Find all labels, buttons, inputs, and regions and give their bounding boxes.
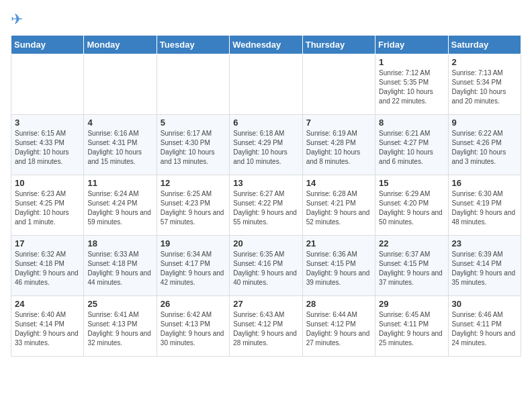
calendar-week-4: 24Sunrise: 6:40 AM Sunset: 4:14 PM Dayli… (11, 296, 521, 357)
cell-info: Sunrise: 6:16 AM Sunset: 4:31 PM Dayligh… (87, 129, 152, 167)
calendar-cell: 25Sunrise: 6:41 AM Sunset: 4:13 PM Dayli… (84, 296, 157, 357)
calendar-cell: 1Sunrise: 7:12 AM Sunset: 5:35 PM Daylig… (375, 54, 448, 115)
cell-info: Sunrise: 6:28 AM Sunset: 4:21 PM Dayligh… (306, 189, 371, 227)
calendar-cell: 23Sunrise: 6:39 AM Sunset: 4:14 PM Dayli… (448, 236, 521, 296)
day-number: 20 (233, 238, 298, 248)
day-number: 27 (233, 299, 298, 309)
day-number: 29 (379, 299, 444, 309)
cell-info: Sunrise: 6:17 AM Sunset: 4:30 PM Dayligh… (161, 129, 226, 167)
calendar-cell: 21Sunrise: 6:36 AM Sunset: 4:15 PM Dayli… (302, 236, 375, 296)
calendar-cell (84, 54, 157, 115)
weekday-header-thursday: Thursday (302, 36, 375, 54)
weekday-header-row: SundayMondayTuesdayWednesdayThursdayFrid… (11, 36, 521, 54)
cell-info: Sunrise: 6:29 AM Sunset: 4:20 PM Dayligh… (379, 189, 444, 227)
calendar-cell: 24Sunrise: 6:40 AM Sunset: 4:14 PM Dayli… (11, 296, 84, 357)
day-number: 12 (161, 178, 226, 188)
calendar-cell (302, 54, 375, 115)
day-number: 1 (379, 57, 444, 67)
calendar-week-0: 1Sunrise: 7:12 AM Sunset: 5:35 PM Daylig… (11, 54, 521, 115)
day-number: 21 (306, 238, 371, 248)
calendar-cell: 11Sunrise: 6:24 AM Sunset: 4:24 PM Dayli… (84, 175, 157, 236)
cell-info: Sunrise: 6:39 AM Sunset: 4:14 PM Dayligh… (452, 250, 517, 287)
day-number: 10 (15, 178, 80, 188)
day-number: 5 (161, 118, 226, 128)
calendar-cell: 10Sunrise: 6:23 AM Sunset: 4:25 PM Dayli… (11, 175, 84, 236)
day-number: 9 (452, 118, 517, 128)
weekday-header-friday: Friday (375, 36, 448, 54)
calendar-cell: 14Sunrise: 6:28 AM Sunset: 4:21 PM Dayli… (302, 175, 375, 236)
day-number: 2 (452, 57, 517, 67)
weekday-header-wednesday: Wednesday (230, 36, 302, 54)
day-number: 30 (452, 299, 517, 309)
day-number: 15 (379, 178, 444, 188)
logo-icon: ✈ (11, 11, 30, 30)
day-number: 3 (15, 118, 80, 128)
calendar-cell: 20Sunrise: 6:35 AM Sunset: 4:16 PM Dayli… (230, 236, 302, 296)
calendar-cell: 16Sunrise: 6:30 AM Sunset: 4:19 PM Dayli… (448, 175, 521, 236)
calendar-cell: 7Sunrise: 6:19 AM Sunset: 4:28 PM Daylig… (302, 115, 375, 175)
calendar-cell (230, 54, 302, 115)
weekday-header-sunday: Sunday (11, 36, 84, 54)
calendar-cell: 26Sunrise: 6:42 AM Sunset: 4:13 PM Dayli… (157, 296, 229, 357)
day-number: 17 (15, 238, 80, 248)
calendar-cell: 30Sunrise: 6:46 AM Sunset: 4:11 PM Dayli… (448, 296, 521, 357)
svg-text:✈: ✈ (11, 11, 23, 28)
calendar-week-1: 3Sunrise: 6:15 AM Sunset: 4:33 PM Daylig… (11, 115, 521, 175)
cell-info: Sunrise: 6:30 AM Sunset: 4:19 PM Dayligh… (452, 189, 517, 227)
day-number: 4 (87, 118, 152, 128)
day-number: 8 (379, 118, 444, 128)
weekday-header-saturday: Saturday (448, 36, 521, 54)
cell-info: Sunrise: 6:15 AM Sunset: 4:33 PM Dayligh… (15, 129, 80, 167)
day-number: 14 (306, 178, 371, 188)
day-number: 16 (452, 178, 517, 188)
calendar-table: SundayMondayTuesdayWednesdayThursdayFrid… (11, 35, 521, 357)
cell-info: Sunrise: 6:45 AM Sunset: 4:11 PM Dayligh… (379, 310, 444, 348)
day-number: 24 (15, 299, 80, 309)
calendar-week-3: 17Sunrise: 6:32 AM Sunset: 4:18 PM Dayli… (11, 236, 521, 296)
day-number: 19 (161, 238, 226, 248)
day-number: 22 (379, 238, 444, 248)
weekday-header-monday: Monday (84, 36, 157, 54)
calendar-cell (157, 54, 229, 115)
day-number: 18 (87, 238, 152, 248)
calendar-cell: 12Sunrise: 6:25 AM Sunset: 4:23 PM Dayli… (157, 175, 229, 236)
calendar-cell: 5Sunrise: 6:17 AM Sunset: 4:30 PM Daylig… (157, 115, 229, 175)
calendar-header: SundayMondayTuesdayWednesdayThursdayFrid… (11, 36, 521, 54)
day-number: 7 (306, 118, 371, 128)
calendar-cell: 13Sunrise: 6:27 AM Sunset: 4:22 PM Dayli… (230, 175, 302, 236)
calendar-cell: 29Sunrise: 6:45 AM Sunset: 4:11 PM Dayli… (375, 296, 448, 357)
cell-info: Sunrise: 6:32 AM Sunset: 4:18 PM Dayligh… (15, 250, 80, 287)
calendar-cell (11, 54, 84, 115)
cell-info: Sunrise: 6:21 AM Sunset: 4:27 PM Dayligh… (379, 129, 444, 167)
cell-info: Sunrise: 6:19 AM Sunset: 4:28 PM Dayligh… (306, 129, 371, 167)
cell-info: Sunrise: 6:25 AM Sunset: 4:23 PM Dayligh… (161, 189, 226, 227)
calendar-body: 1Sunrise: 7:12 AM Sunset: 5:35 PM Daylig… (11, 54, 521, 357)
logo: ✈ (11, 11, 32, 30)
calendar-cell: 19Sunrise: 6:34 AM Sunset: 4:17 PM Dayli… (157, 236, 229, 296)
day-number: 11 (87, 178, 152, 188)
cell-info: Sunrise: 6:43 AM Sunset: 4:12 PM Dayligh… (233, 310, 298, 348)
cell-info: Sunrise: 6:33 AM Sunset: 4:18 PM Dayligh… (87, 250, 152, 287)
cell-info: Sunrise: 6:41 AM Sunset: 4:13 PM Dayligh… (87, 310, 152, 348)
cell-info: Sunrise: 6:42 AM Sunset: 4:13 PM Dayligh… (161, 310, 226, 348)
cell-info: Sunrise: 6:24 AM Sunset: 4:24 PM Dayligh… (87, 189, 152, 227)
cell-info: Sunrise: 6:34 AM Sunset: 4:17 PM Dayligh… (161, 250, 226, 287)
day-number: 23 (452, 238, 517, 248)
calendar-cell: 22Sunrise: 6:37 AM Sunset: 4:15 PM Dayli… (375, 236, 448, 296)
cell-info: Sunrise: 6:40 AM Sunset: 4:14 PM Dayligh… (15, 310, 80, 348)
calendar-cell: 6Sunrise: 6:18 AM Sunset: 4:29 PM Daylig… (230, 115, 302, 175)
cell-info: Sunrise: 6:46 AM Sunset: 4:11 PM Dayligh… (452, 310, 517, 348)
cell-info: Sunrise: 7:13 AM Sunset: 5:34 PM Dayligh… (452, 68, 517, 106)
cell-info: Sunrise: 6:18 AM Sunset: 4:29 PM Dayligh… (233, 129, 298, 167)
calendar-cell: 2Sunrise: 7:13 AM Sunset: 5:34 PM Daylig… (448, 54, 521, 115)
day-number: 25 (87, 299, 152, 309)
calendar-cell: 17Sunrise: 6:32 AM Sunset: 4:18 PM Dayli… (11, 236, 84, 296)
calendar-cell: 3Sunrise: 6:15 AM Sunset: 4:33 PM Daylig… (11, 115, 84, 175)
cell-info: Sunrise: 7:12 AM Sunset: 5:35 PM Dayligh… (379, 68, 444, 106)
day-number: 13 (233, 178, 298, 188)
weekday-header-tuesday: Tuesday (157, 36, 229, 54)
page-header: ✈ (11, 11, 521, 30)
calendar-cell: 9Sunrise: 6:22 AM Sunset: 4:26 PM Daylig… (448, 115, 521, 175)
day-number: 26 (161, 299, 226, 309)
cell-info: Sunrise: 6:37 AM Sunset: 4:15 PM Dayligh… (379, 250, 444, 287)
